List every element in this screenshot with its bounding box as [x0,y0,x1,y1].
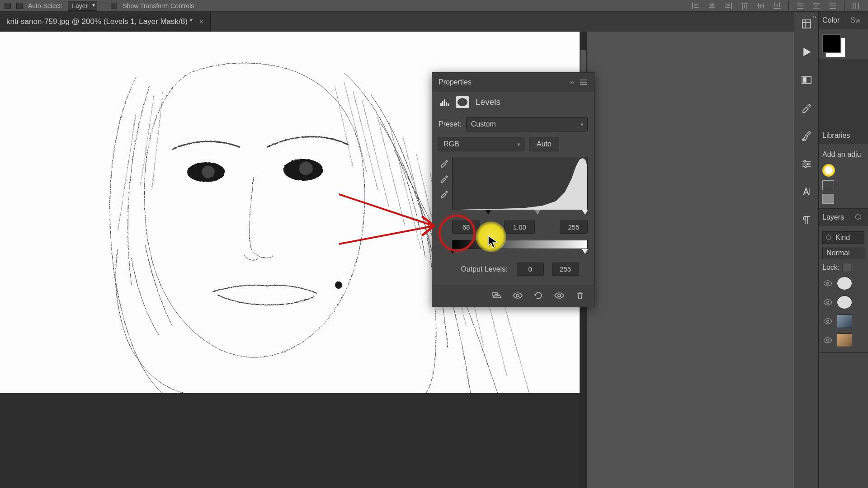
svg-rect-13 [802,20,811,28]
gamma-input-slider[interactable] [534,210,541,215]
svg-point-19 [805,166,807,168]
close-tab-icon[interactable]: × [199,17,204,27]
reset-icon[interactable] [533,291,544,300]
levels-histogram-icon [439,96,452,108]
visibility-eye-icon[interactable] [823,337,832,343]
visibility-eye-icon[interactable] [823,299,832,305]
layers-tab[interactable]: Layers [822,213,844,221]
svg-point-20 [826,235,831,239]
dock-collapse-icon[interactable]: ‹‹ [813,14,816,20]
align-left-icon[interactable] [688,1,703,11]
show-transform-label: Show Transform Controls [123,2,194,9]
settings-panel-icon[interactable] [800,157,813,171]
color-tab[interactable]: Color [822,16,840,24]
auto-select-checkbox[interactable] [16,3,23,9]
photo-layer-thumb-2[interactable] [837,333,852,347]
photo-layer-thumb-1[interactable] [837,314,852,328]
svg-point-1 [202,165,214,178]
channel-dropdown[interactable]: RGB [439,137,524,151]
layer-row-photo-1[interactable] [822,312,864,331]
gray-point-eyedropper-icon[interactable] [439,173,449,184]
align-bottom-icon[interactable] [769,1,785,11]
white-input-slider[interactable] [582,210,588,215]
libraries-tab[interactable]: Libraries [822,131,850,140]
svg-rect-9 [448,103,449,106]
properties-panel: Properties ›› Levels Preset: Custom RGB … [432,72,594,307]
distribute-left-icon[interactable] [848,1,863,11]
align-right-icon[interactable] [721,1,736,11]
black-input-value[interactable] [452,221,480,234]
input-slider-track[interactable] [452,210,588,216]
show-transform-checkbox[interactable] [111,3,117,9]
white-input-value[interactable] [560,221,588,234]
delete-adjustment-icon[interactable] [574,291,586,300]
distribute-vcenter-icon[interactable] [809,1,824,11]
options-bar: Auto-Select: Layer Show Transform Contro… [0,0,868,12]
swatches-tab[interactable]: Sw [850,16,860,24]
auto-select-target-dropdown[interactable]: Layer [68,1,97,11]
input-histogram[interactable] [452,157,588,210]
auto-button[interactable]: Auto [529,137,559,151]
document-tab-strip: kriti-sanon-759.jpg @ 200% (Levels 1, La… [0,12,868,32]
svg-point-11 [516,294,519,297]
channels-tab[interactable]: Cl [855,213,862,221]
history-panel-icon[interactable] [800,17,813,31]
svg-rect-7 [444,99,445,106]
distribute-bottom-icon[interactable] [825,1,840,11]
distribute-top-icon[interactable] [793,1,808,11]
black-output-value[interactable] [517,263,544,276]
clip-to-layer-icon[interactable] [491,291,503,300]
align-vcenter-icon[interactable] [753,1,769,11]
properties-header[interactable]: Properties ›› [432,73,594,92]
align-buttons [688,1,863,11]
brush-settings-icon[interactable] [800,129,813,143]
visibility-eye-icon[interactable] [823,318,832,324]
align-top-icon[interactable] [737,1,752,11]
levels-layer-thumb[interactable] [837,277,852,290]
svg-rect-6 [442,101,443,106]
collapse-panel-icon[interactable]: ›› [570,79,574,86]
foreground-background-swatch[interactable] [822,34,841,53]
gamma-input-value[interactable] [504,221,535,234]
layer-row-adjust[interactable] [822,293,864,312]
panel-menu-icon[interactable] [580,79,588,85]
adjustment-name: Levels [476,97,500,107]
preset-dropdown[interactable]: Custom [466,117,588,131]
adjust-layer-thumb[interactable] [837,296,852,309]
black-point-eyedropper-icon[interactable] [439,158,449,169]
adjust-grid-icon[interactable] [822,180,834,190]
paragraph-panel-icon[interactable] [800,213,813,227]
preview-eye-icon[interactable] [553,291,565,300]
auto-select-label: Auto-Select: [28,2,62,9]
toggle-visibility-icon[interactable] [512,291,524,300]
properties-footer [432,284,594,307]
svg-rect-8 [446,102,447,106]
black-output-slider[interactable] [449,249,456,254]
white-output-slider[interactable] [582,249,588,254]
white-point-eyedropper-icon[interactable] [439,188,449,199]
brightness-adjust-icon[interactable] [822,164,835,177]
actions-panel-icon[interactable] [800,45,813,59]
svg-point-22 [827,301,829,304]
align-hcenter-icon[interactable] [704,1,720,11]
layer-row-photo-2[interactable] [822,331,864,350]
layer-row-levels[interactable] [822,274,864,293]
layer-filter-row[interactable]: Kind [822,231,864,244]
properties-panel-icon[interactable] [800,73,813,87]
document-tab[interactable]: kriti-sanon-759.jpg @ 200% (Levels 1, La… [0,12,211,32]
character-panel-icon[interactable] [800,185,813,199]
layer-mask-icon[interactable] [456,96,469,108]
visibility-eye-icon[interactable] [823,280,832,286]
white-output-value[interactable] [552,263,579,276]
blend-mode-dropdown[interactable]: Normal [822,247,864,259]
document-tab-title: kriti-sanon-759.jpg @ 200% (Levels 1, La… [6,17,193,26]
output-slider-track[interactable] [452,249,588,255]
adjust-fill-icon[interactable] [822,194,834,204]
filter-kind-label: Kind [835,234,850,242]
lock-transparency-icon[interactable] [842,263,851,272]
svg-point-4 [335,281,342,288]
brushes-panel-icon[interactable] [800,101,813,115]
black-input-slider[interactable] [485,210,491,215]
add-adjustment-label: Add an adju [822,147,864,162]
preset-label: Preset: [439,120,462,128]
